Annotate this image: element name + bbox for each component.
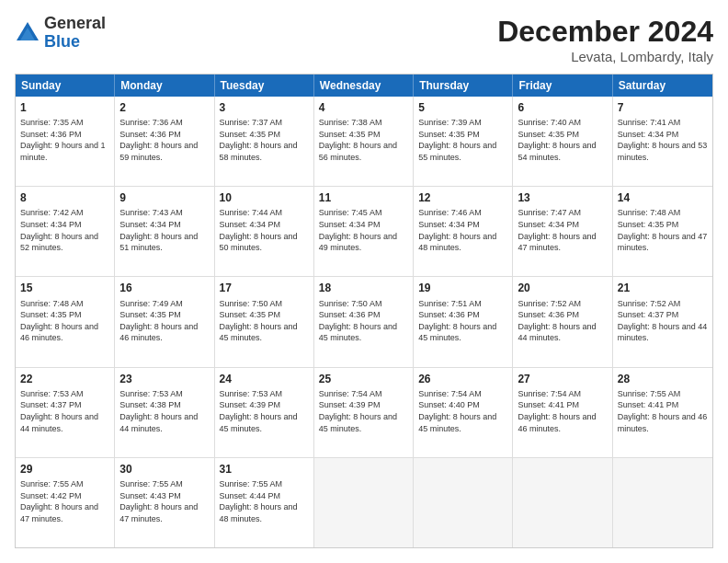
cell-content: Sunrise: 7:40 AM Sunset: 4:35 PM Dayligh… (518, 117, 607, 163)
cell-w1-d5: 13Sunrise: 7:47 AM Sunset: 4:34 PM Dayli… (513, 187, 612, 276)
cell-w1-d0: 8Sunrise: 7:42 AM Sunset: 4:34 PM Daylig… (16, 187, 115, 276)
cell-content: Sunrise: 7:55 AM Sunset: 4:41 PM Dayligh… (618, 388, 708, 434)
cell-content: Sunrise: 7:55 AM Sunset: 4:42 PM Dayligh… (20, 478, 109, 524)
cell-w1-d3: 11Sunrise: 7:45 AM Sunset: 4:34 PM Dayli… (314, 187, 414, 276)
cell-content: Sunrise: 7:53 AM Sunset: 4:37 PM Dayligh… (20, 388, 109, 434)
calendar: Sunday Monday Tuesday Wednesday Thursday… (15, 74, 713, 548)
cell-content: Sunrise: 7:47 AM Sunset: 4:34 PM Dayligh… (518, 207, 607, 253)
cell-content: Sunrise: 7:36 AM Sunset: 4:36 PM Dayligh… (119, 117, 209, 163)
cell-w0-d6: 7Sunrise: 7:41 AM Sunset: 4:34 PM Daylig… (613, 97, 712, 186)
day-number: 14 (618, 190, 708, 205)
day-number: 19 (418, 281, 507, 295)
week-row-2: 15Sunrise: 7:48 AM Sunset: 4:35 PM Dayli… (16, 276, 712, 366)
day-number: 4 (319, 100, 408, 115)
logo-blue: Blue (44, 33, 106, 52)
cell-w2-d6: 21Sunrise: 7:52 AM Sunset: 4:37 PM Dayli… (613, 277, 712, 366)
day-number: 16 (119, 281, 209, 295)
cell-w0-d4: 5Sunrise: 7:39 AM Sunset: 4:35 PM Daylig… (414, 97, 513, 186)
cell-content: Sunrise: 7:48 AM Sunset: 4:35 PM Dayligh… (20, 298, 109, 344)
cell-content: Sunrise: 7:50 AM Sunset: 4:35 PM Dayligh… (220, 298, 309, 344)
week-row-0: 1Sunrise: 7:35 AM Sunset: 4:36 PM Daylig… (16, 97, 712, 186)
cell-w0-d5: 6Sunrise: 7:40 AM Sunset: 4:35 PM Daylig… (513, 97, 612, 186)
cell-w0-d3: 4Sunrise: 7:38 AM Sunset: 4:35 PM Daylig… (314, 97, 414, 186)
cell-w1-d1: 9Sunrise: 7:43 AM Sunset: 4:34 PM Daylig… (115, 187, 214, 276)
cell-content: Sunrise: 7:55 AM Sunset: 4:44 PM Dayligh… (220, 478, 309, 524)
cell-content: Sunrise: 7:53 AM Sunset: 4:39 PM Dayligh… (220, 388, 309, 434)
day-number: 10 (220, 190, 309, 205)
cell-w1-d2: 10Sunrise: 7:44 AM Sunset: 4:34 PM Dayli… (215, 187, 314, 276)
header-tuesday: Tuesday (215, 75, 314, 97)
day-number: 12 (418, 190, 507, 205)
day-number: 23 (119, 372, 209, 386)
header-saturday: Saturday (613, 75, 712, 97)
cell-w2-d2: 17Sunrise: 7:50 AM Sunset: 4:35 PM Dayli… (215, 277, 314, 366)
cell-w0-d1: 2Sunrise: 7:36 AM Sunset: 4:36 PM Daylig… (115, 97, 214, 186)
day-number: 20 (518, 281, 607, 295)
week-row-3: 22Sunrise: 7:53 AM Sunset: 4:37 PM Dayli… (16, 367, 712, 457)
cell-w3-d1: 23Sunrise: 7:53 AM Sunset: 4:38 PM Dayli… (115, 368, 214, 457)
cell-w4-d0: 29Sunrise: 7:55 AM Sunset: 4:42 PM Dayli… (16, 458, 115, 547)
cell-content: Sunrise: 7:35 AM Sunset: 4:36 PM Dayligh… (20, 117, 109, 163)
week-row-1: 8Sunrise: 7:42 AM Sunset: 4:34 PM Daylig… (16, 186, 712, 276)
day-number: 5 (418, 100, 507, 115)
title-block: December 2024 Levata, Lombardy, Italy (497, 15, 713, 64)
cell-w2-d1: 16Sunrise: 7:49 AM Sunset: 4:35 PM Dayli… (115, 277, 214, 366)
day-number: 31 (220, 462, 309, 477)
cell-content: Sunrise: 7:38 AM Sunset: 4:35 PM Dayligh… (319, 117, 408, 163)
cell-w3-d6: 28Sunrise: 7:55 AM Sunset: 4:41 PM Dayli… (613, 368, 712, 457)
cell-w1-d6: 14Sunrise: 7:48 AM Sunset: 4:35 PM Dayli… (613, 187, 712, 276)
cell-w3-d2: 24Sunrise: 7:53 AM Sunset: 4:39 PM Dayli… (215, 368, 314, 457)
cell-w3-d0: 22Sunrise: 7:53 AM Sunset: 4:37 PM Dayli… (16, 368, 115, 457)
day-number: 25 (319, 372, 408, 386)
day-number: 1 (20, 100, 109, 115)
page: General Blue December 2024 Levata, Lomba… (0, 0, 728, 563)
cell-content: Sunrise: 7:52 AM Sunset: 4:37 PM Dayligh… (618, 298, 708, 344)
day-number: 8 (20, 190, 109, 205)
cell-w4-d2: 31Sunrise: 7:55 AM Sunset: 4:44 PM Dayli… (215, 458, 314, 547)
cell-content: Sunrise: 7:51 AM Sunset: 4:36 PM Dayligh… (418, 298, 507, 344)
day-number: 11 (319, 190, 408, 205)
day-number: 6 (518, 100, 607, 115)
day-number: 7 (618, 100, 708, 115)
cell-w0-d2: 3Sunrise: 7:37 AM Sunset: 4:35 PM Daylig… (215, 97, 314, 186)
logo: General Blue (15, 15, 106, 52)
cell-content: Sunrise: 7:50 AM Sunset: 4:36 PM Dayligh… (319, 298, 408, 344)
cell-content: Sunrise: 7:41 AM Sunset: 4:34 PM Dayligh… (618, 117, 708, 163)
day-number: 21 (618, 281, 708, 295)
day-number: 9 (119, 190, 209, 205)
cell-w2-d3: 18Sunrise: 7:50 AM Sunset: 4:36 PM Dayli… (314, 277, 414, 366)
day-number: 30 (119, 462, 209, 477)
cell-content: Sunrise: 7:45 AM Sunset: 4:34 PM Dayligh… (319, 207, 408, 253)
header-sunday: Sunday (16, 75, 115, 97)
day-number: 22 (20, 372, 109, 386)
cell-content: Sunrise: 7:37 AM Sunset: 4:35 PM Dayligh… (220, 117, 309, 163)
cell-w1-d4: 12Sunrise: 7:46 AM Sunset: 4:34 PM Dayli… (414, 187, 513, 276)
week-row-4: 29Sunrise: 7:55 AM Sunset: 4:42 PM Dayli… (16, 457, 712, 547)
cell-content: Sunrise: 7:54 AM Sunset: 4:39 PM Dayligh… (319, 388, 408, 434)
logo-text: General Blue (44, 15, 106, 52)
cell-content: Sunrise: 7:54 AM Sunset: 4:40 PM Dayligh… (418, 388, 507, 434)
calendar-body: 1Sunrise: 7:35 AM Sunset: 4:36 PM Daylig… (16, 97, 712, 547)
day-number: 15 (20, 281, 109, 295)
cell-content: Sunrise: 7:43 AM Sunset: 4:34 PM Dayligh… (119, 207, 209, 253)
cell-w3-d5: 27Sunrise: 7:54 AM Sunset: 4:41 PM Dayli… (513, 368, 612, 457)
calendar-header: Sunday Monday Tuesday Wednesday Thursday… (16, 75, 712, 97)
day-number: 3 (220, 100, 309, 115)
cell-content: Sunrise: 7:49 AM Sunset: 4:35 PM Dayligh… (119, 298, 209, 344)
cell-w0-d0: 1Sunrise: 7:35 AM Sunset: 4:36 PM Daylig… (16, 97, 115, 186)
header-monday: Monday (115, 75, 214, 97)
cell-w4-d5 (513, 458, 612, 547)
header-friday: Friday (513, 75, 612, 97)
cell-w4-d1: 30Sunrise: 7:55 AM Sunset: 4:43 PM Dayli… (115, 458, 214, 547)
cell-content: Sunrise: 7:55 AM Sunset: 4:43 PM Dayligh… (119, 478, 209, 524)
cell-content: Sunrise: 7:44 AM Sunset: 4:34 PM Dayligh… (220, 207, 309, 253)
day-number: 24 (220, 372, 309, 386)
day-number: 2 (119, 100, 209, 115)
day-number: 27 (518, 372, 607, 386)
cell-w4-d6 (613, 458, 712, 547)
day-number: 17 (220, 281, 309, 295)
cell-content: Sunrise: 7:46 AM Sunset: 4:34 PM Dayligh… (418, 207, 507, 253)
header-thursday: Thursday (414, 75, 513, 97)
month-title: December 2024 (497, 15, 713, 49)
cell-w3-d3: 25Sunrise: 7:54 AM Sunset: 4:39 PM Dayli… (314, 368, 414, 457)
